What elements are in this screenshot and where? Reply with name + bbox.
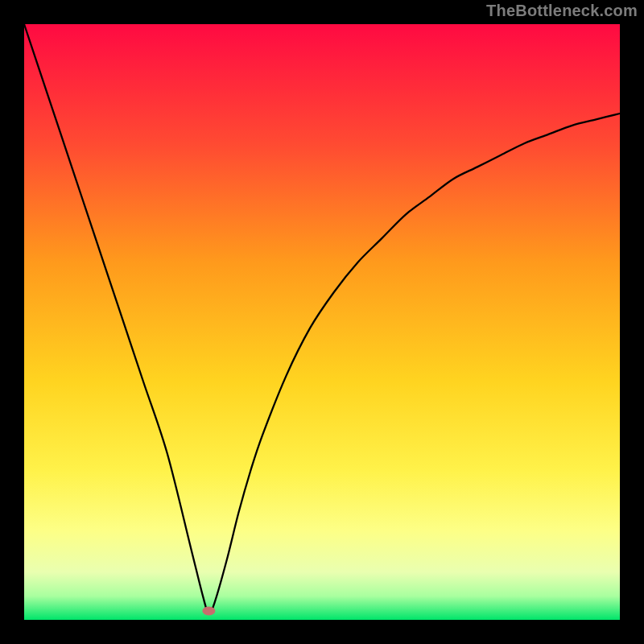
chart-root: TheBottleneck.com xyxy=(0,0,644,644)
bottleneck-chart xyxy=(0,0,644,644)
minimum-marker xyxy=(202,606,215,615)
watermark-label: TheBottleneck.com xyxy=(486,2,638,20)
plot-background xyxy=(24,24,620,620)
